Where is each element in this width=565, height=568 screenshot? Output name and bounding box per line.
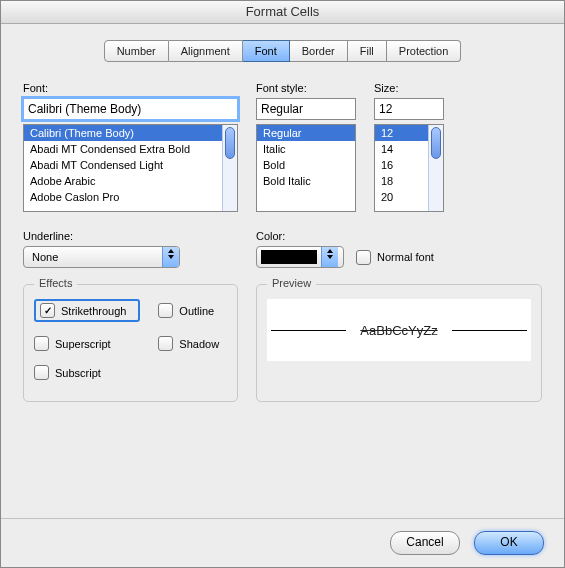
strikethrough-label: Strikethrough xyxy=(61,305,126,317)
preview-group: Preview AaBbCcYyZz xyxy=(256,284,542,402)
font-style-list-item[interactable]: Regular xyxy=(257,125,355,141)
font-list-item[interactable]: Abadi MT Condensed Extra Bold xyxy=(24,141,237,157)
tab-border[interactable]: Border xyxy=(290,40,348,62)
effects-legend: Effects xyxy=(34,277,77,289)
checkbox-box xyxy=(158,303,173,318)
normal-font-label: Normal font xyxy=(377,251,434,263)
checkbox-box xyxy=(34,336,49,351)
normal-font-checkbox[interactable]: Normal font xyxy=(356,250,434,265)
preview-legend: Preview xyxy=(267,277,316,289)
underline-value: None xyxy=(24,251,162,263)
tab-bar: Number Alignment Font Border Fill Protec… xyxy=(23,40,542,62)
superscript-checkbox[interactable]: Superscript xyxy=(34,336,140,351)
size-list[interactable]: 12 14 16 18 20 xyxy=(374,124,444,212)
color-select[interactable] xyxy=(256,246,344,268)
font-style-list-item[interactable]: Bold Italic xyxy=(257,173,355,189)
color-swatch xyxy=(261,250,317,264)
checkbox-box xyxy=(158,336,173,351)
tab-number[interactable]: Number xyxy=(104,40,169,62)
font-input[interactable] xyxy=(23,98,238,120)
dropdown-arrow-icon xyxy=(321,247,338,267)
dropdown-arrow-icon xyxy=(162,247,179,267)
dialog-footer: Cancel OK xyxy=(1,518,564,567)
format-cells-dialog: Format Cells Number Alignment Font Borde… xyxy=(0,0,565,568)
size-input[interactable] xyxy=(374,98,444,120)
font-style-list-item[interactable]: Bold xyxy=(257,157,355,173)
strikethrough-checkbox[interactable]: Strikethrough xyxy=(40,303,126,318)
tab-alignment[interactable]: Alignment xyxy=(169,40,243,62)
preview-box: AaBbCcYyZz xyxy=(267,299,531,361)
checkbox-box xyxy=(34,365,49,380)
font-style-input[interactable] xyxy=(256,98,356,120)
preview-line xyxy=(452,330,527,331)
font-style-label: Font style: xyxy=(256,82,356,94)
subscript-label: Subscript xyxy=(55,367,101,379)
window-title: Format Cells xyxy=(1,1,564,24)
font-list-item[interactable]: Adobe Arabic xyxy=(24,173,237,189)
font-list-item[interactable]: Calibri (Theme Body) xyxy=(24,125,237,141)
font-style-list-item[interactable]: Italic xyxy=(257,141,355,157)
font-list[interactable]: Calibri (Theme Body) Abadi MT Condensed … xyxy=(23,124,238,212)
size-list-scrollbar[interactable] xyxy=(428,125,443,211)
underline-label: Underline: xyxy=(23,230,238,242)
cancel-button[interactable]: Cancel xyxy=(390,531,460,555)
superscript-label: Superscript xyxy=(55,338,111,350)
ok-button[interactable]: OK xyxy=(474,531,544,555)
subscript-checkbox[interactable]: Subscript xyxy=(34,365,140,380)
size-label: Size: xyxy=(374,82,444,94)
shadow-checkbox[interactable]: Shadow xyxy=(158,336,227,351)
font-list-scrollbar[interactable] xyxy=(222,125,237,211)
font-style-list[interactable]: Regular Italic Bold Bold Italic xyxy=(256,124,356,212)
tab-protection[interactable]: Protection xyxy=(387,40,462,62)
font-list-item[interactable]: Abadi MT Condensed Light xyxy=(24,157,237,173)
checkbox-box xyxy=(40,303,55,318)
preview-sample-text: AaBbCcYyZz xyxy=(360,323,437,338)
shadow-label: Shadow xyxy=(179,338,219,350)
font-list-item[interactable]: Adobe Caslon Pro xyxy=(24,189,237,205)
underline-select[interactable]: None xyxy=(23,246,180,268)
effects-group: Effects Strikethrough Outline S xyxy=(23,284,238,402)
preview-line xyxy=(271,330,346,331)
outline-checkbox[interactable]: Outline xyxy=(158,299,227,322)
outline-label: Outline xyxy=(179,305,214,317)
checkbox-box xyxy=(356,250,371,265)
tab-fill[interactable]: Fill xyxy=(348,40,387,62)
color-label: Color: xyxy=(256,230,542,242)
font-label: Font: xyxy=(23,82,238,94)
tab-font[interactable]: Font xyxy=(243,40,290,62)
